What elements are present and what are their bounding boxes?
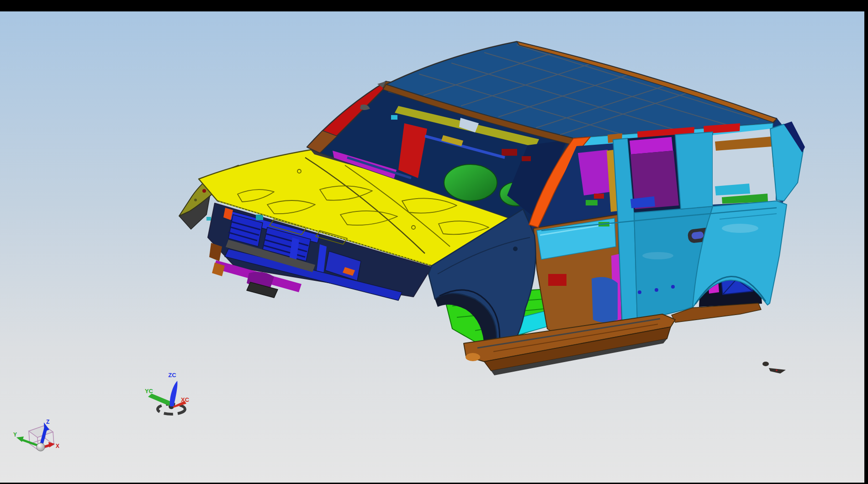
front-teal-bit (206, 217, 211, 221)
plug-hole (638, 290, 641, 294)
wcs-zc-label: ZC (168, 372, 176, 379)
front-window-red (594, 194, 604, 199)
interior-cyan-bit (391, 115, 397, 120)
abs-x-label: X (56, 443, 59, 449)
plug-hole (655, 288, 658, 292)
front-window-green (586, 200, 598, 205)
rail-red-dot (202, 189, 206, 193)
abs-y-label: Y (13, 431, 17, 438)
interior-maroon-box (502, 149, 517, 156)
rail-hole (194, 199, 197, 201)
b-pillar-base-blue (592, 277, 618, 322)
specular-glint (722, 224, 758, 233)
csys-origin-sphere (37, 443, 45, 451)
abs-z-label: Z (46, 419, 49, 425)
interior-seat (444, 164, 497, 201)
front-teal-piece (256, 215, 263, 220)
debris-piece[interactable] (762, 362, 769, 366)
plug-hole (671, 285, 675, 289)
specular-glint (642, 252, 673, 259)
cad-application-window: ZC YC XC Z Y X (0, 0, 868, 484)
top-black-bar (0, 0, 868, 11)
interior-red-bit (548, 274, 566, 286)
viewport-canvas[interactable]: ZC YC XC Z Y X (0, 0, 868, 484)
debris-red-dot (776, 369, 778, 371)
fender-hole (513, 247, 518, 251)
wcs-yc-label: YC (145, 388, 153, 395)
wcs-xc-label: XC (181, 396, 190, 403)
front-window-magenta (578, 150, 611, 195)
interior-maroon-box (522, 156, 531, 161)
right-black-bar (864, 11, 868, 484)
sill-copper-tip (466, 353, 480, 361)
c-pillar-sail[interactable] (675, 132, 713, 209)
